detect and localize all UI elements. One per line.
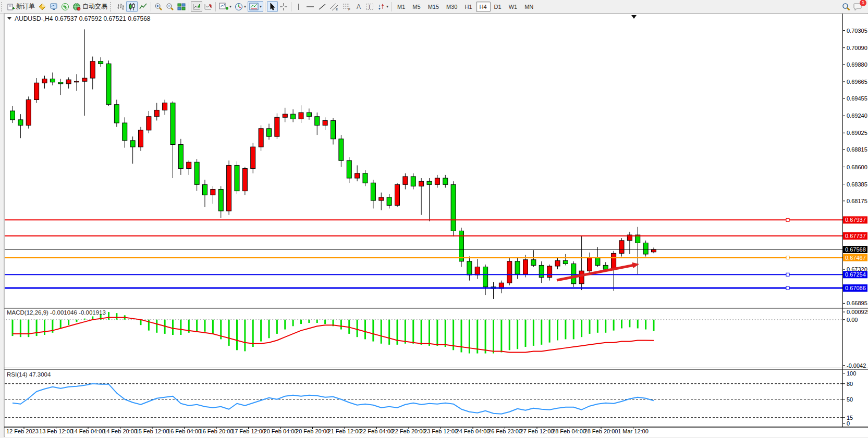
candle-body bbox=[66, 80, 71, 84]
candlestick-icon bbox=[128, 3, 136, 11]
rsi-tick-label: 100 bbox=[847, 370, 856, 377]
show-trade-levels-button[interactable] bbox=[191, 1, 202, 12]
toolbar-separator bbox=[151, 2, 151, 11]
line-drag-handle[interactable] bbox=[786, 273, 789, 276]
period-clock-button[interactable]: ▾ bbox=[233, 1, 248, 12]
time-axis[interactable]: 12 Feb 202313 Feb 12:0014 Feb 04:0014 Fe… bbox=[5, 427, 868, 437]
time-tick-label: 13 Feb 12:00 bbox=[39, 428, 73, 434]
timeframe-h4-button[interactable]: H4 bbox=[476, 2, 491, 12]
candle-body bbox=[18, 120, 23, 126]
timeframe-d1-button[interactable]: D1 bbox=[491, 2, 505, 12]
monitor-icon-button[interactable] bbox=[48, 1, 59, 12]
candle-body bbox=[371, 183, 375, 201]
signals-icon-button[interactable] bbox=[59, 1, 71, 12]
search-button[interactable] bbox=[840, 1, 852, 12]
macd-tick-label: 0.00 bbox=[847, 317, 858, 323]
zoom-out-icon bbox=[166, 3, 174, 11]
show-history-levels-button[interactable] bbox=[202, 1, 214, 12]
candle-body bbox=[331, 120, 336, 139]
bar-chart-type-button[interactable] bbox=[115, 1, 126, 12]
timeframe-mn-button[interactable]: MN bbox=[521, 2, 537, 12]
candle-body bbox=[299, 112, 303, 119]
trendline-tool-button[interactable] bbox=[316, 1, 328, 12]
candle-body bbox=[475, 267, 480, 275]
chart-arrow-down-icon bbox=[204, 3, 212, 11]
candle-body bbox=[619, 241, 624, 254]
line-drag-handle[interactable] bbox=[786, 286, 789, 290]
add-indicator-button[interactable]: ▾ bbox=[217, 1, 233, 12]
price-tick-label: 0.70090 bbox=[847, 45, 867, 51]
gold-diamond-icon-button[interactable] bbox=[36, 1, 48, 12]
toolbar-separator bbox=[265, 2, 265, 11]
template-button[interactable]: ▾ bbox=[248, 1, 263, 12]
candle-body bbox=[467, 261, 472, 275]
time-tick-label: 26 Feb 23:00 bbox=[488, 428, 522, 434]
zoom-in-button[interactable] bbox=[153, 1, 164, 12]
rsi-tick-label: 80 bbox=[847, 381, 853, 387]
chevron-down-icon[interactable]: ▾ bbox=[229, 4, 231, 9]
line-drag-handle[interactable] bbox=[786, 218, 789, 221]
candle-body bbox=[555, 260, 560, 266]
horizontal-line-tool-button[interactable] bbox=[304, 1, 316, 12]
chart-arrow-up-icon bbox=[192, 3, 201, 11]
price-tick-label: 0.69455 bbox=[847, 95, 867, 102]
toolbar-separator bbox=[215, 2, 216, 11]
line-chart-type-button[interactable] bbox=[138, 1, 149, 12]
fibonacci-tool-button[interactable]: F bbox=[340, 1, 353, 12]
line-chart-icon bbox=[139, 3, 148, 11]
timeframe-w1-button[interactable]: W1 bbox=[505, 2, 521, 12]
autotrade-button[interactable]: 自动交易 bbox=[71, 1, 109, 12]
toolbar-grip[interactable] bbox=[1, 2, 5, 11]
candle-body bbox=[603, 265, 608, 269]
price-tick-label: 0.69880 bbox=[847, 61, 867, 68]
price-level-badge-label: 0.67937 bbox=[845, 217, 866, 223]
candle-body bbox=[130, 141, 135, 147]
monitor-icon bbox=[50, 3, 58, 11]
cursor-button[interactable] bbox=[267, 1, 278, 12]
candle-body bbox=[194, 162, 199, 184]
candle-body bbox=[26, 99, 31, 125]
channel-tool-button[interactable]: E bbox=[328, 1, 340, 12]
candle-body bbox=[146, 117, 151, 130]
new-order-button[interactable]: 新订单 bbox=[6, 1, 36, 12]
vertical-line-tool-button[interactable] bbox=[293, 1, 304, 12]
candle-body bbox=[547, 266, 552, 278]
label-tool-button[interactable]: T bbox=[364, 1, 375, 12]
arrows-tool-button[interactable]: ▾ bbox=[375, 1, 390, 12]
new-order-label: 新订单 bbox=[16, 2, 35, 11]
tile-windows-button[interactable] bbox=[176, 1, 187, 12]
price-tick-label: 0.69025 bbox=[847, 130, 867, 136]
timeframe-m1-button[interactable]: M1 bbox=[394, 2, 409, 12]
price-level-badge-label: 0.67568 bbox=[845, 246, 866, 253]
svg-text:T: T bbox=[368, 4, 371, 9]
timeframe-m30-button[interactable]: M30 bbox=[443, 2, 461, 12]
price-tick-label: 0.68385 bbox=[847, 181, 867, 187]
chevron-down-icon[interactable]: ▾ bbox=[386, 4, 388, 9]
candle-body bbox=[106, 64, 111, 104]
chart-plot-area[interactable] bbox=[5, 14, 842, 307]
gold-diamond-icon bbox=[38, 3, 46, 11]
autotrade-label: 自动交易 bbox=[82, 2, 107, 11]
chevron-down-icon[interactable]: ▾ bbox=[244, 4, 246, 9]
chat-button[interactable]: 1 bbox=[852, 1, 864, 12]
time-tick-label: 20 Feb 04:00 bbox=[264, 428, 298, 434]
candle-body bbox=[643, 243, 648, 254]
candle-body bbox=[227, 165, 231, 211]
candle-body bbox=[612, 253, 616, 269]
arrows-icon bbox=[377, 3, 385, 11]
candle-body bbox=[579, 271, 584, 284]
price-tick-label: 0.68175 bbox=[847, 198, 867, 204]
timeframe-m15-button[interactable]: M15 bbox=[424, 2, 443, 12]
candle-body bbox=[355, 173, 360, 178]
toolbar-grip[interactable] bbox=[110, 2, 114, 11]
chevron-down-icon[interactable]: ▾ bbox=[260, 4, 262, 9]
timeframe-m5-button[interactable]: M5 bbox=[409, 2, 424, 12]
crosshair-button[interactable] bbox=[278, 1, 289, 12]
time-tick-label: 15 Feb 12:00 bbox=[136, 428, 169, 434]
line-drag-handle[interactable] bbox=[786, 256, 789, 259]
timeframe-h1-button[interactable]: H1 bbox=[461, 2, 475, 12]
candlestick-chart-type-button[interactable] bbox=[126, 1, 138, 12]
zoom-out-button[interactable] bbox=[164, 1, 176, 12]
trendline-icon bbox=[318, 3, 326, 11]
text-tool-button[interactable]: A bbox=[353, 1, 364, 12]
